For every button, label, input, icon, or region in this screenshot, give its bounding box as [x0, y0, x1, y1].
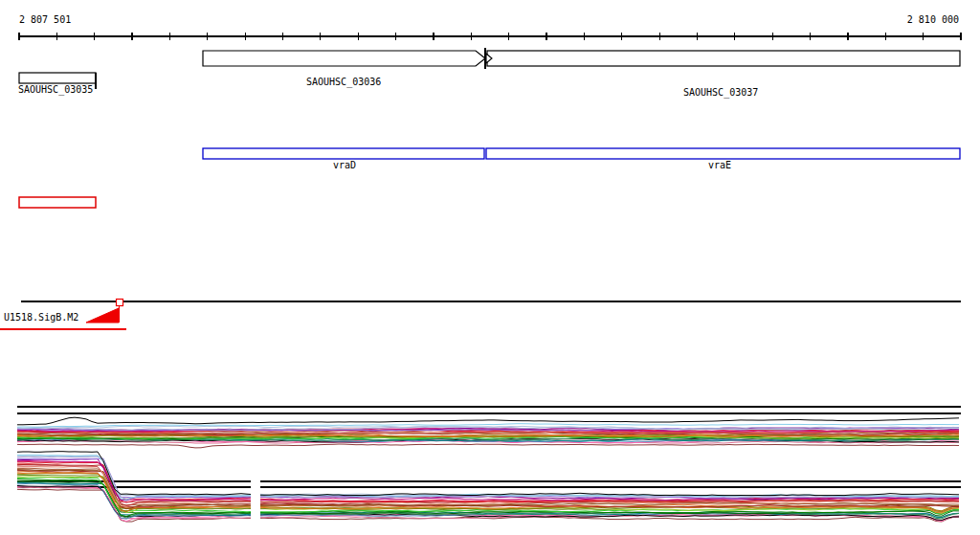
gene-feature-saouhsc_03036[interactable]	[203, 51, 485, 66]
graph-peak-marker[interactable]	[117, 300, 123, 306]
blue-gene-feature-vraD[interactable]	[203, 148, 484, 159]
gene-label-vrae: vraE	[708, 160, 731, 170]
ruler-end-coordinate: 2 810 000	[907, 14, 959, 25]
genome-browser-window: 2 807 5012 810 000SAOUHSC_03035SAOUHSC_0…	[0, 0, 980, 535]
graph-track-label: U1518.SigB.M2	[4, 312, 78, 323]
gene-label-vrad: vraD	[333, 160, 356, 170]
coverage-series-a	[17, 417, 959, 425]
genome-browser-canvas: 2 807 5012 810 000SAOUHSC_03035SAOUHSC_0…	[0, 0, 980, 535]
coverage-series-b	[17, 458, 959, 499]
graph-peak-triangle	[86, 308, 119, 323]
red-feature-box[interactable]	[19, 197, 96, 208]
ruler-start-coordinate: 2 807 501	[19, 14, 71, 25]
blue-gene-feature-vraE[interactable]	[486, 148, 960, 159]
gene-label-saouhsc-03036: SAOUHSC_03036	[306, 77, 381, 88]
coverage-series-b	[17, 452, 959, 496]
coverage-series-a	[17, 444, 959, 448]
gene-label-saouhsc-03035: SAOUHSC_03035	[18, 84, 93, 96]
feature-shapes-layer	[0, 33, 961, 524]
coverage-series-b	[17, 455, 959, 500]
coverage-series-b	[17, 457, 959, 499]
coverage-series-b	[17, 456, 959, 497]
coverage-data-gap	[251, 472, 260, 524]
gene-label-saouhsc-03037: SAOUHSC_03037	[683, 87, 758, 99]
gene-feature-saouhsc_03037[interactable]	[487, 51, 960, 66]
gene-feature-saouhsc_03035[interactable]	[19, 73, 96, 83]
